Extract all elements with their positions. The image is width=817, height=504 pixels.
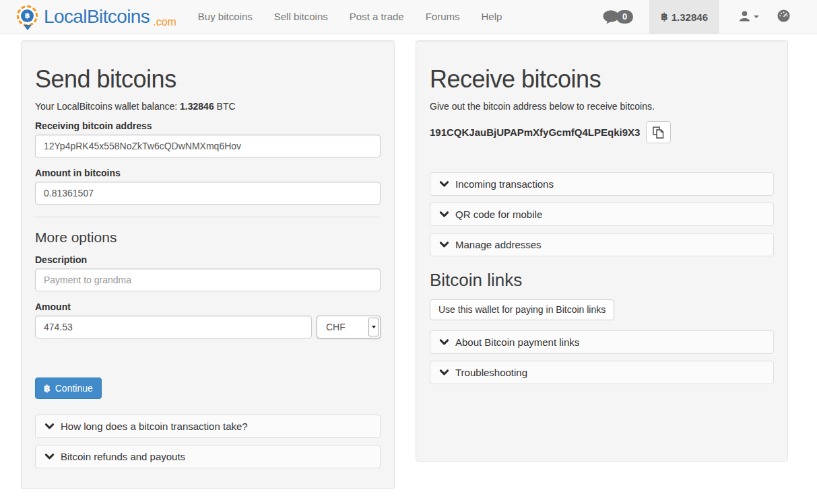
receive-address: 191CQKJauBjUPAPmXfyGcmfQ4LPEqki9X3	[430, 127, 640, 138]
messages-count-badge: 0	[616, 10, 633, 24]
nav-post-a-trade[interactable]: Post a trade	[339, 0, 415, 34]
receive-subtitle: Give out the bitcoin address below to re…	[430, 101, 774, 112]
chevron-down-icon	[439, 209, 449, 219]
accordion-manage-addresses[interactable]: Manage addresses	[430, 233, 774, 256]
btc-icon: ฿	[44, 383, 51, 394]
amount-fiat-label: Amount	[35, 301, 381, 312]
logo-suffix: .com	[153, 16, 176, 28]
receiving-address-label: Receiving bitcoin address	[35, 120, 381, 131]
receiving-address-input[interactable]	[35, 135, 381, 157]
receive-address-row: 191CQKJauBjUPAPmXfyGcmfQ4LPEqki9X3	[430, 121, 774, 143]
messages-button[interactable]: 0	[593, 10, 640, 24]
accordion-incoming-transactions[interactable]: Incoming transactions	[430, 172, 774, 196]
navbar-right: 0 ฿ 1.32846	[593, 0, 817, 34]
send-title: Send bitcoins	[35, 65, 381, 94]
accordion-troubleshooting[interactable]: Troubleshooting	[430, 361, 774, 384]
bitcoin-pin-icon: ฿	[17, 5, 38, 30]
chevron-down-icon	[754, 15, 759, 18]
copy-address-button[interactable]	[646, 121, 671, 143]
nav-forums[interactable]: Forums	[415, 0, 471, 34]
accordion-about-payment-links[interactable]: About Bitcoin payment links	[430, 330, 774, 354]
more-options-title: More options	[35, 229, 381, 246]
btc-icon: ฿	[661, 11, 667, 23]
continue-button[interactable]: ฿ Continue	[35, 377, 102, 399]
localbitcoins-logo[interactable]: ฿ LocalBitcoins.com	[17, 4, 176, 30]
user-icon	[739, 11, 750, 24]
send-bitcoins-panel: Send bitcoins Your LocalBitcoins wallet …	[21, 40, 395, 489]
amount-fiat-input[interactable]	[35, 316, 312, 338]
navbar: ฿ LocalBitcoins.com Buy bitcoins Sell bi…	[0, 0, 817, 34]
receive-title: Receive bitcoins	[430, 65, 774, 94]
accordion-refunds-payouts[interactable]: Bitcoin refunds and payouts	[35, 445, 381, 468]
wallet-balance-line: Your LocalBitcoins wallet balance: 1.328…	[35, 101, 381, 112]
accordion-transaction-time[interactable]: How long does a bitcoin transaction take…	[35, 415, 381, 438]
chevron-down-icon	[44, 421, 55, 431]
dashboard-button[interactable]	[769, 0, 798, 34]
currency-selected: CHF	[317, 322, 346, 332]
gauge-icon	[777, 9, 790, 24]
wallet-page: Send bitcoins Your LocalBitcoins wallet …	[0, 34, 817, 504]
amount-btc-label: Amount in bitcoins	[35, 168, 381, 178]
copy-icon	[653, 127, 664, 139]
nav-buy-bitcoins[interactable]: Buy bitcoins	[187, 0, 263, 34]
description-label: Description	[35, 254, 381, 265]
send-accordions: How long does a bitcoin transaction take…	[35, 415, 381, 468]
chevron-down-icon	[439, 337, 449, 347]
currency-select[interactable]: CHF	[317, 316, 381, 338]
accordion-qr-code[interactable]: QR code for mobile	[430, 203, 774, 226]
use-wallet-bitcoin-links-button[interactable]: Use this wallet for paying in Bitcoin li…	[430, 299, 614, 320]
main-nav: Buy bitcoins Sell bitcoins Post a trade …	[187, 0, 513, 34]
divider	[35, 217, 381, 217]
amount-btc-input[interactable]	[35, 182, 381, 205]
receive-bitcoins-panel: Receive bitcoins Give out the bitcoin ad…	[416, 40, 788, 462]
wallet-balance-value: 1.32846	[672, 11, 708, 23]
wallet-balance-nav[interactable]: ฿ 1.32846	[649, 0, 719, 34]
select-dropdown-icon	[368, 318, 379, 336]
bitcoin-links-accordions: About Bitcoin payment links Troubleshoot…	[430, 330, 774, 384]
logo-text: LocalBitcoins	[44, 6, 150, 28]
account-menu[interactable]	[729, 0, 769, 34]
chevron-down-icon	[439, 240, 449, 250]
description-input[interactable]	[35, 268, 381, 291]
bitcoin-links-title: Bitcoin links	[430, 270, 774, 291]
chevron-down-icon	[44, 452, 55, 462]
chevron-down-icon	[439, 367, 449, 377]
receive-accordions: Incoming transactions QR code for mobile…	[430, 172, 774, 256]
nav-help[interactable]: Help	[471, 0, 513, 34]
chevron-down-icon	[439, 179, 449, 189]
nav-sell-bitcoins[interactable]: Sell bitcoins	[263, 0, 339, 34]
wallet-balance-amount: 1.32846	[180, 101, 214, 112]
